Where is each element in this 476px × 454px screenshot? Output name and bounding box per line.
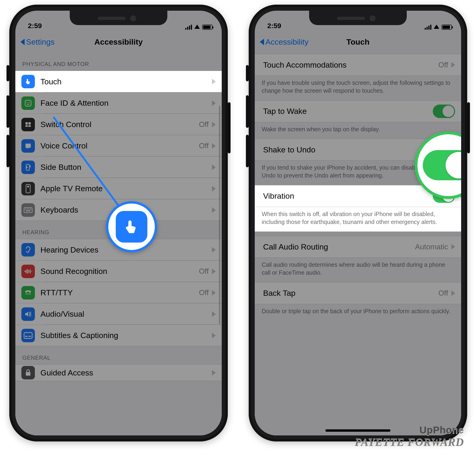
row-label: Side Button bbox=[40, 163, 212, 172]
chevron-right-icon bbox=[212, 311, 216, 317]
row-side-button[interactable]: Side Button bbox=[15, 156, 222, 178]
row-apple-tv-remote[interactable]: Apple TV Remote bbox=[15, 178, 222, 199]
svg-point-2 bbox=[29, 102, 30, 103]
row-label: Touch Accommodations bbox=[263, 61, 438, 69]
row-label: Subtitles & Captioning bbox=[40, 331, 212, 340]
wifi-icon bbox=[434, 25, 439, 29]
battery-icon bbox=[442, 25, 452, 30]
chevron-right-icon bbox=[212, 207, 216, 213]
lock-icon bbox=[21, 366, 35, 379]
chevron-right-icon bbox=[451, 290, 455, 296]
row-label: Apple TV Remote bbox=[40, 184, 212, 193]
speaker-icon bbox=[21, 307, 35, 321]
touch-icon bbox=[21, 75, 35, 88]
keyboard-icon bbox=[21, 203, 35, 217]
group-general: Guided Access bbox=[15, 364, 222, 381]
bubble-touch-icon bbox=[106, 201, 157, 252]
watermark: UpPhone PAYETTE FORWARD bbox=[355, 424, 464, 448]
svg-rect-18 bbox=[30, 294, 31, 295]
row-label: Guided Access bbox=[40, 368, 212, 377]
chevron-right-icon bbox=[212, 370, 216, 375]
chevron-left-icon bbox=[260, 38, 264, 45]
svg-rect-16 bbox=[26, 294, 27, 295]
svg-rect-0 bbox=[25, 100, 31, 106]
row-detail: Off bbox=[199, 288, 209, 297]
side-button-hw bbox=[228, 102, 230, 153]
row-label: Touch bbox=[40, 77, 212, 86]
svg-rect-5 bbox=[26, 125, 28, 127]
mute-switch bbox=[246, 65, 249, 81]
row-detail: Off bbox=[199, 120, 209, 129]
chevron-right-icon bbox=[212, 290, 216, 295]
toggle-on[interactable] bbox=[433, 105, 455, 118]
back-button[interactable]: Accessibility bbox=[260, 38, 308, 46]
status-icons bbox=[185, 25, 212, 30]
side-button-hw bbox=[467, 102, 470, 153]
row-touch[interactable]: Touch bbox=[15, 71, 222, 92]
screen-right: 2:59 Accessibility Touch Touch Accommod bbox=[255, 11, 461, 435]
nav-bar: Accessibility Touch bbox=[255, 31, 461, 53]
row-voice-control[interactable]: Voice Control Off bbox=[15, 135, 222, 156]
status-time: 2:59 bbox=[267, 22, 281, 30]
svg-rect-19 bbox=[24, 333, 32, 338]
svg-rect-3 bbox=[26, 122, 28, 125]
group-hearing: Hearing Devices Sound Recognition Off bbox=[15, 239, 222, 346]
row-audio-visual[interactable]: Audio/Visual bbox=[15, 303, 222, 325]
row-face-id[interactable]: Face ID & Attention bbox=[15, 92, 222, 114]
row-tap-to-wake[interactable]: Tap to Wake bbox=[255, 101, 461, 122]
row-call-audio-routing[interactable]: Call Audio Routing Automatic bbox=[255, 236, 461, 257]
row-detail: Off bbox=[438, 289, 448, 297]
phone-left: 2:59 Settings Accessibility PHYSICAL AND… bbox=[9, 5, 228, 441]
tty-icon bbox=[21, 286, 35, 300]
row-detail: Off bbox=[199, 142, 209, 150]
row-label: Vibration bbox=[263, 191, 433, 201]
row-back-tap[interactable]: Back Tap Off bbox=[255, 282, 461, 304]
svg-point-1 bbox=[27, 102, 28, 103]
nav-title: Touch bbox=[346, 38, 369, 46]
row-rtt-tty[interactable]: RTT/TTY Off bbox=[15, 282, 222, 303]
chevron-left-icon bbox=[20, 38, 25, 45]
row-guided-access[interactable]: Guided Access bbox=[15, 364, 222, 381]
back-label: Accessibility bbox=[265, 38, 308, 46]
mute-switch bbox=[7, 65, 9, 81]
chevron-right-icon bbox=[212, 269, 216, 274]
svg-rect-17 bbox=[28, 294, 29, 295]
svg-rect-22 bbox=[26, 372, 31, 376]
content-right[interactable]: Touch Accommodations Off If you have tro… bbox=[255, 53, 461, 435]
chevron-right-icon bbox=[451, 62, 455, 68]
toggle-on-large bbox=[423, 150, 461, 180]
signal-icon bbox=[185, 25, 192, 30]
touch-icon-large bbox=[116, 211, 147, 242]
chevron-right-icon bbox=[212, 165, 216, 170]
row-label: RTT/TTY bbox=[40, 288, 199, 297]
volume-up bbox=[7, 95, 9, 128]
row-label: Sound Recognition bbox=[40, 267, 199, 276]
section-header-physical: PHYSICAL AND MOTOR bbox=[15, 53, 222, 71]
waveform-icon bbox=[21, 265, 35, 278]
row-subtitles[interactable]: Subtitles & Captioning bbox=[15, 325, 222, 346]
volume-down bbox=[246, 135, 249, 167]
back-button[interactable]: Settings bbox=[20, 38, 55, 46]
row-label: Voice Control bbox=[40, 141, 199, 150]
chevron-right-icon bbox=[212, 100, 216, 106]
footer-back-tap: Double or triple tap on the back of your… bbox=[255, 304, 461, 321]
signal-icon bbox=[425, 25, 431, 30]
chevron-right-icon bbox=[212, 122, 216, 127]
section-header-general: GENERAL bbox=[15, 346, 222, 364]
nav-title: Accessibility bbox=[94, 38, 143, 46]
chevron-right-icon bbox=[212, 186, 216, 191]
apple-tv-remote-icon bbox=[21, 182, 35, 195]
row-label: Tap to Wake bbox=[263, 107, 433, 116]
svg-rect-21 bbox=[29, 336, 31, 337]
row-sound-recognition[interactable]: Sound Recognition Off bbox=[15, 260, 222, 282]
row-switch-control[interactable]: Switch Control Off bbox=[15, 114, 222, 135]
svg-rect-10 bbox=[24, 207, 32, 212]
phone-right: 2:59 Accessibility Touch Touch Accommod bbox=[249, 5, 467, 441]
row-touch-accommodations[interactable]: Touch Accommodations Off bbox=[255, 54, 461, 76]
group-physical: Touch Face ID & Attention bbox=[15, 71, 222, 221]
svg-rect-12 bbox=[27, 208, 28, 209]
chevron-right-icon bbox=[212, 247, 216, 253]
wifi-icon bbox=[194, 25, 200, 29]
battery-icon bbox=[202, 25, 212, 30]
footer-vibration: When this switch is off, all vibration o… bbox=[255, 207, 461, 232]
